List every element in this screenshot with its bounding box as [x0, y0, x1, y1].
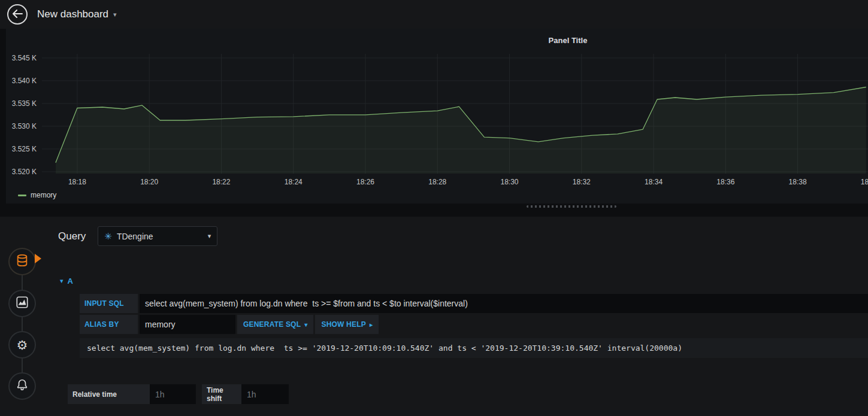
query-ref-id: A	[68, 277, 73, 286]
dashboard-title: New dashboard	[37, 8, 108, 20]
relative-time-label: Relative time	[68, 384, 150, 404]
active-tab-arrow-icon	[35, 254, 41, 263]
input-sql-row: INPUT SQL	[80, 294, 868, 313]
generated-sql-preview: select avg(mem_system) from log.dn where…	[80, 338, 868, 358]
svg-text:18:38: 18:38	[789, 178, 807, 186]
svg-text:18:30: 18:30	[501, 178, 519, 186]
tab-general[interactable]: ⚙	[8, 331, 36, 359]
svg-text:3.530 K: 3.530 K	[12, 122, 37, 130]
svg-text:18:32: 18:32	[573, 178, 591, 186]
chevron-down-icon: ▾	[304, 321, 307, 328]
query-options-row: Relative time Time shift	[68, 384, 868, 404]
svg-text:3.540 K: 3.540 K	[12, 77, 37, 85]
generate-sql-button[interactable]: GENERATE SQL ▾	[237, 315, 313, 334]
svg-text:3.535 K: 3.535 K	[12, 99, 37, 108]
svg-text:18:22: 18:22	[212, 178, 230, 186]
chart-legend[interactable]: memory	[18, 191, 56, 199]
svg-text:18:34: 18:34	[645, 178, 663, 186]
input-sql-field[interactable]	[140, 294, 868, 313]
svg-text:18:24: 18:24	[285, 178, 303, 186]
tdengine-logo-icon: ✳	[104, 232, 112, 241]
editor-tabstrip: ⚙	[0, 217, 51, 416]
chart-icon	[16, 296, 29, 311]
graph-panel: Panel Title 3.545 K3.540 K3.535 K3.530 K…	[6, 29, 868, 204]
tab-queries[interactable]	[8, 248, 36, 275]
alias-by-label: ALIAS BY	[80, 315, 138, 334]
svg-text:3.520 K: 3.520 K	[12, 168, 37, 176]
datasource-name: TDengine	[117, 232, 153, 241]
svg-text:3.545 K: 3.545 K	[12, 54, 37, 62]
queries-tab-content: Query ✳ TDengine ▾ ▾ A INPUT SQL ALIAS B…	[51, 217, 868, 416]
svg-text:18:28: 18:28	[428, 178, 446, 186]
svg-text:18:36: 18:36	[716, 178, 734, 186]
panel-title[interactable]: Panel Title	[6, 29, 868, 45]
query-section-title: Query	[58, 230, 86, 242]
legend-series-label: memory	[31, 191, 56, 199]
alias-row: ALIAS BY GENERATE SQL ▾ SHOW HELP ▸	[80, 315, 868, 334]
arrow-left-icon	[12, 10, 23, 20]
collapse-caret-icon: ▾	[60, 277, 63, 285]
svg-text:18:26: 18:26	[356, 178, 374, 186]
query-row-toggle[interactable]: ▾ A	[51, 272, 868, 289]
time-shift-label: Time shift	[202, 384, 241, 404]
alias-field[interactable]	[140, 315, 235, 334]
show-help-button[interactable]: SHOW HELP ▸	[315, 315, 379, 334]
bell-icon	[16, 378, 29, 394]
query-form: INPUT SQL ALIAS BY GENERATE SQL ▾ SHOW H…	[80, 294, 868, 358]
chevron-down-icon: ▾	[113, 11, 117, 19]
query-header: Query ✳ TDengine ▾	[58, 226, 868, 246]
tabstrip-connector	[22, 262, 23, 386]
svg-text:3.525 K: 3.525 K	[12, 145, 37, 153]
panel-editor: ⚙ Query ✳ TDengine ▾ ▾ A	[0, 217, 868, 416]
svg-text:18:40: 18:40	[861, 178, 868, 186]
svg-text:18:20: 18:20	[140, 178, 158, 186]
dashboard-title-menu[interactable]: New dashboard ▾	[37, 8, 117, 20]
tab-visualization[interactable]	[8, 290, 36, 317]
panel-chart[interactable]: 3.545 K3.540 K3.535 K3.530 K3.525 K3.520…	[6, 53, 868, 187]
svg-text:18:18: 18:18	[68, 178, 86, 186]
relative-time-field[interactable]	[150, 384, 196, 404]
top-navbar: New dashboard ▾	[0, 0, 868, 29]
time-shift-field[interactable]	[241, 384, 289, 404]
horizontal-scrollbar[interactable]	[527, 205, 616, 208]
input-sql-label: INPUT SQL	[80, 294, 138, 313]
chevron-right-icon: ▸	[370, 321, 373, 328]
gear-icon: ⚙	[17, 339, 28, 351]
dashboard-canvas: Panel Title 3.545 K3.540 K3.535 K3.530 K…	[0, 29, 868, 217]
chevron-down-icon: ▾	[208, 232, 211, 240]
tab-alert[interactable]	[8, 372, 36, 400]
legend-series-dash	[18, 195, 26, 196]
database-icon	[16, 254, 29, 269]
generate-sql-label: GENERATE SQL	[243, 320, 301, 329]
show-help-label: SHOW HELP	[321, 320, 365, 329]
back-button[interactable]	[7, 4, 28, 25]
datasource-picker[interactable]: ✳ TDengine ▾	[98, 226, 217, 246]
